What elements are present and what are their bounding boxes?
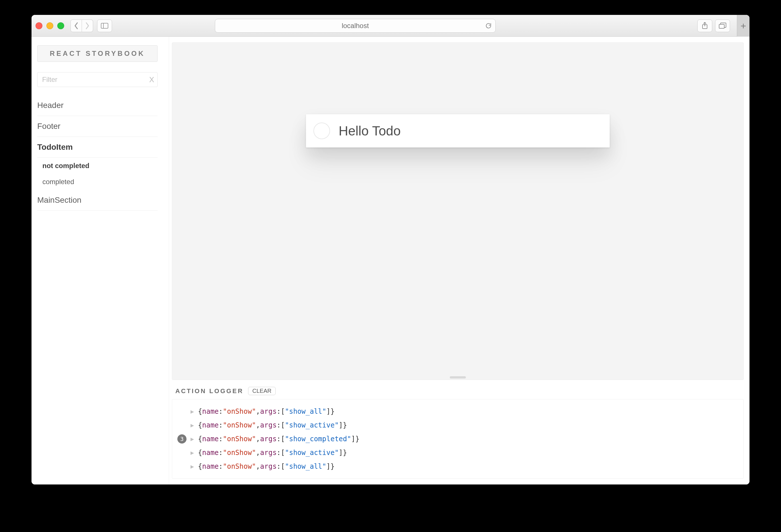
minimize-window-button[interactable] [46, 22, 53, 29]
new-tab-button[interactable]: + [737, 15, 749, 37]
chevron-left-icon [74, 22, 79, 30]
kind-item[interactable]: Header [37, 95, 158, 116]
log-entry[interactable]: 3▶{name:"onShow",args:["show_completed"]… [177, 432, 738, 446]
disclosure-triangle-icon[interactable]: ▶ [191, 406, 194, 417]
tabs-icon [719, 23, 726, 29]
storybook-sidebar: REACT STORYBOOK X HeaderFooterTodoItemno… [32, 37, 169, 484]
sidebar-icon [101, 23, 108, 29]
reload-icon [485, 22, 492, 29]
action-logger-panel: ACTION LOGGER CLEAR ▶{name:"onShow",args… [172, 385, 744, 479]
action-logger-list: ▶{name:"onShow",args:["show_all"]}▶{name… [172, 399, 744, 479]
kind-item[interactable]: MainSection [37, 190, 158, 211]
log-code: {name:"onShow",args:["show_all"]} [198, 405, 335, 418]
todo-toggle-checkbox[interactable] [314, 123, 330, 139]
log-code: {name:"onShow",args:["show_active"]} [198, 418, 347, 432]
zoom-window-button[interactable] [57, 22, 64, 29]
story-item[interactable]: not completed [42, 158, 158, 174]
plus-icon: + [741, 20, 746, 32]
filter-clear-button[interactable]: X [149, 72, 154, 87]
disclosure-triangle-icon[interactable]: ▶ [191, 447, 194, 458]
stories-list: not completedcompleted [37, 158, 158, 190]
close-window-button[interactable] [36, 22, 42, 29]
kinds-list: HeaderFooterTodoItemnot completedcomplet… [37, 95, 158, 211]
forward-button[interactable] [82, 19, 93, 32]
browser-titlebar: localhost [32, 15, 749, 37]
address-bar[interactable]: localhost [215, 19, 496, 33]
log-entry[interactable]: ▶{name:"onShow",args:["show_all"]} [177, 459, 738, 473]
browser-window: localhost [32, 15, 749, 484]
story-item[interactable]: completed [42, 174, 158, 190]
kind-item[interactable]: TodoItem [37, 137, 158, 158]
back-button[interactable] [71, 19, 82, 32]
vertical-resize-handle[interactable] [450, 376, 466, 379]
svg-rect-3 [719, 24, 724, 28]
todo-label: Hello Todo [339, 123, 401, 139]
share-icon [702, 22, 708, 30]
preview-area: Hello Todo [172, 42, 744, 380]
share-button[interactable] [697, 19, 712, 32]
nav-back-forward-group [71, 19, 93, 32]
action-logger-clear-button[interactable]: CLEAR [248, 387, 276, 395]
log-code: {name:"onShow",args:["show_all"]} [198, 459, 335, 473]
log-code: {name:"onShow",args:["show_active"]} [198, 446, 347, 459]
log-entry[interactable]: ▶{name:"onShow",args:["show_active"]} [177, 418, 738, 432]
kind-item[interactable]: Footer [37, 116, 158, 137]
disclosure-triangle-icon[interactable]: ▶ [191, 461, 194, 472]
log-code: {name:"onShow",args:["show_completed"]} [198, 432, 360, 446]
main-panel: Hello Todo ACTION LOGGER CLEAR ▶{name:"o… [169, 37, 749, 484]
svg-rect-0 [101, 23, 108, 28]
sidebar-toggle-button[interactable] [97, 19, 112, 32]
disclosure-triangle-icon[interactable]: ▶ [191, 433, 194, 445]
log-entry[interactable]: ▶{name:"onShow",args:["show_active"]} [177, 446, 738, 459]
action-logger-title: ACTION LOGGER [175, 387, 244, 395]
storybook-title[interactable]: REACT STORYBOOK [37, 45, 158, 62]
filter-input[interactable] [37, 72, 158, 87]
disclosure-triangle-icon[interactable]: ▶ [191, 419, 194, 431]
address-text: localhost [342, 22, 369, 30]
chevron-right-icon [85, 22, 90, 30]
tabs-button[interactable] [715, 19, 730, 32]
window-controls [36, 22, 64, 29]
log-count-badge: 3 [177, 434, 187, 444]
app-content: REACT STORYBOOK X HeaderFooterTodoItemno… [32, 37, 749, 484]
log-entry[interactable]: ▶{name:"onShow",args:["show_all"]} [177, 405, 738, 418]
reload-button[interactable] [485, 22, 492, 29]
todo-item: Hello Todo [306, 114, 610, 147]
